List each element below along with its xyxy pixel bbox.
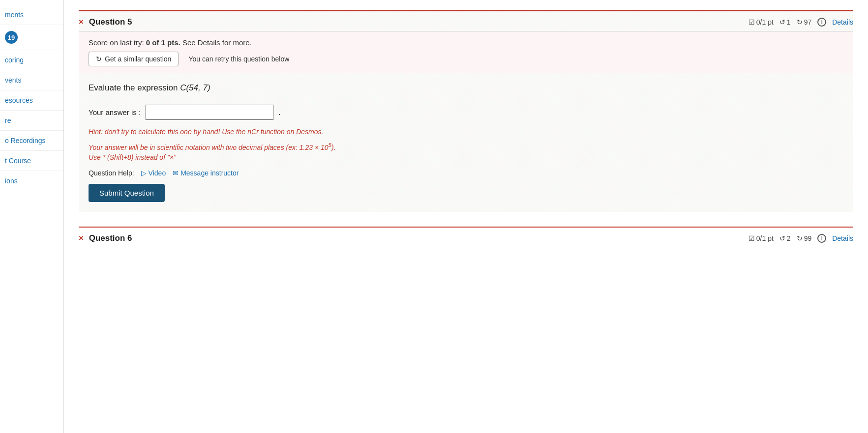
notation-line2: Use * (Shift+8) instead of "×" <box>89 153 843 161</box>
main-content: × Question 5 ☑ 0/1 pt ↺ 1 ↻ 97 i Details <box>64 0 868 433</box>
sidebar-item-course[interactable]: t Course <box>0 151 63 171</box>
question-5-header: × Question 5 ☑ 0/1 pt ↺ 1 ↻ 97 i Details <box>79 11 853 31</box>
details-link[interactable]: Details <box>832 18 853 26</box>
info-6-icon[interactable]: i <box>817 234 826 243</box>
score-text: Score on last try: 0 of 1 pts. See Detai… <box>89 38 843 47</box>
sidebar-item-resources[interactable]: esources <box>0 90 63 111</box>
check-box-6-icon: ☑ <box>748 234 755 242</box>
notation-line1: Your answer will be in scientific notati… <box>89 142 843 151</box>
question-6-meta: ☑ 0/1 pt ↺ 2 ↻ 99 i Details <box>748 234 853 243</box>
sidebar-item-coring[interactable]: coring <box>0 50 63 70</box>
answer-dot: . <box>278 108 280 117</box>
retry-icon: ↺ 1 <box>779 18 791 26</box>
mail-icon: ✉ <box>173 169 179 177</box>
undo-6-icon: ↺ <box>779 234 785 242</box>
sidebar-item-re[interactable]: re <box>0 111 63 131</box>
undo-icon: ↺ <box>779 18 785 26</box>
retry-6-icon: ↺ 2 <box>779 234 791 242</box>
sidebar-badge: 19 <box>5 31 18 44</box>
question-5-title: × Question 5 <box>79 17 132 27</box>
check-box-icon: ☑ <box>748 18 755 26</box>
refresh-arrows-icon: ↻ <box>797 18 803 26</box>
question-5-block: × Question 5 ☑ 0/1 pt ↺ 1 ↻ 97 i Details <box>79 10 853 212</box>
score-check-icon: ☑ 0/1 pt <box>748 18 774 26</box>
question-6-title: × Question 6 <box>79 233 132 243</box>
video-link[interactable]: ▷ Video <box>141 169 166 177</box>
answer-label: Your answer is : <box>89 108 141 116</box>
sidebar-item-vents[interactable]: vents <box>0 70 63 90</box>
question-expression: Evaluate the expression C(54, 7) <box>89 83 843 93</box>
refresh-small-icon: ↻ <box>96 55 102 63</box>
answer-input[interactable] <box>146 105 273 120</box>
message-instructor-link[interactable]: ✉ Message instructor <box>173 169 239 177</box>
similar-row: ↻ Get a similar question You can retry t… <box>89 52 843 66</box>
sidebar-item-badge[interactable]: 19 <box>0 25 63 50</box>
question-6-header: × Question 6 ☑ 0/1 pt ↺ 2 ↻ 99 i Details <box>79 228 853 247</box>
question-help-row: Question Help: ▷ Video ✉ Message instruc… <box>89 169 843 177</box>
question-5-meta: ☑ 0/1 pt ↺ 1 ↻ 97 i Details <box>748 18 853 27</box>
question-5-body: Evaluate the expression C(54, 7) Your an… <box>79 73 853 212</box>
sidebar-item-ions[interactable]: ions <box>0 171 63 191</box>
info-icon[interactable]: i <box>817 18 826 27</box>
hint-text: Hint: don't try to calculate this one by… <box>89 128 843 136</box>
similar-question-button[interactable]: ↻ Get a similar question <box>89 52 179 66</box>
refresh-6-icon: ↻ 99 <box>797 234 812 242</box>
video-icon: ▷ <box>141 169 147 177</box>
x-mark-6-icon: × <box>79 233 84 243</box>
refresh-icon: ↻ 97 <box>797 18 812 26</box>
sidebar-item-ments[interactable]: ments <box>0 5 63 25</box>
submit-question-button[interactable]: Submit Question <box>89 184 165 202</box>
score-section: Score on last try: 0 of 1 pts. See Detai… <box>79 31 853 73</box>
retry-text: You can retry this question below <box>188 55 289 63</box>
details-6-link[interactable]: Details <box>832 234 853 242</box>
answer-row: Your answer is : . <box>89 105 843 120</box>
sidebar: ments 19 coring vents esources re o Reco… <box>0 0 64 433</box>
score-check-6-icon: ☑ 0/1 pt <box>748 234 774 242</box>
sidebar-item-recordings[interactable]: o Recordings <box>0 131 63 151</box>
refresh-arrows-6-icon: ↻ <box>797 234 803 242</box>
question-6-block: × Question 6 ☑ 0/1 pt ↺ 2 ↻ 99 i Details <box>79 227 853 247</box>
x-mark-icon: × <box>79 17 84 27</box>
